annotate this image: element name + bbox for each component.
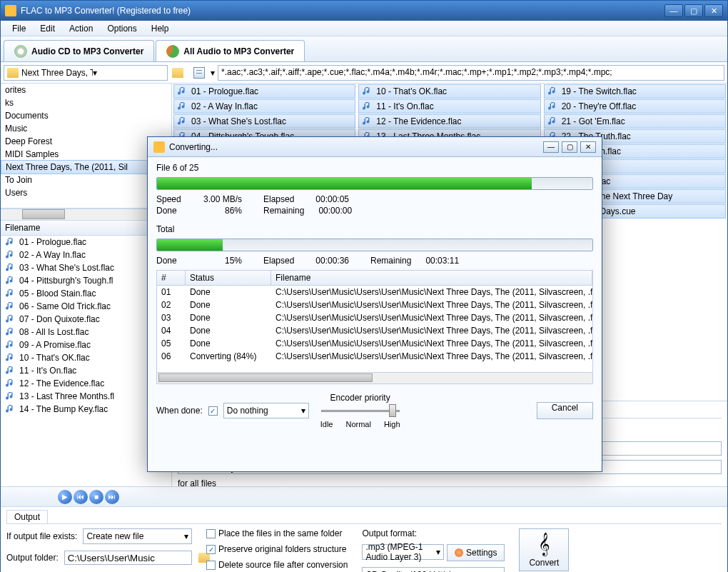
file-item[interactable]: 09 - A Promise.flac bbox=[1, 338, 171, 351]
path-dropdown[interactable]: Next Three Days, The (2011, Silvascreen,… bbox=[4, 65, 168, 81]
file-item[interactable]: 12 - The Evidence.flac bbox=[1, 377, 171, 390]
t-elapsed-label: Elapsed bbox=[263, 256, 294, 266]
file-item[interactable]: 08 - All Is Lost.flac bbox=[1, 326, 171, 338]
grid-file-item[interactable]: 12 - The Evidence.flac bbox=[358, 114, 540, 129]
preserve-checkbox[interactable]: ✓ bbox=[206, 545, 216, 554]
output-tab[interactable]: Output bbox=[6, 510, 48, 523]
cancel-button[interactable]: Cancel bbox=[537, 402, 593, 419]
table-hscroll[interactable] bbox=[157, 372, 592, 383]
file-item[interactable]: 11 - It's On.flac bbox=[1, 364, 171, 377]
view-button[interactable] bbox=[191, 65, 208, 81]
when-done-dropdown[interactable]: Do nothing▾ bbox=[223, 403, 309, 418]
row-status: Converting (84%) bbox=[186, 351, 271, 362]
row-status: Done bbox=[186, 299, 271, 311]
grid-file-item[interactable]: 19 - The Switch.flac bbox=[544, 84, 726, 99]
grid-file-item[interactable]: 11 - It's On.flac bbox=[358, 99, 540, 114]
convert-button[interactable]: 𝄞 Convert bbox=[519, 528, 569, 571]
grid-file-item[interactable]: 02 - A Way In.flac bbox=[173, 99, 355, 114]
grid-file-item[interactable]: 01 - Prologue.flac bbox=[173, 84, 355, 99]
file-item[interactable]: 06 - Same Old Trick.flac bbox=[1, 300, 171, 313]
format-label: Output format: bbox=[362, 528, 505, 538]
row-status: Done bbox=[186, 312, 271, 323]
favorites-item[interactable]: Deep Forest bbox=[1, 135, 171, 148]
file-item[interactable]: 14 - The Bump Key.flac bbox=[1, 403, 171, 416]
same-folder-checkbox[interactable] bbox=[206, 529, 216, 538]
favorites-item[interactable]: To Join bbox=[1, 174, 171, 186]
delete-source-checkbox[interactable] bbox=[206, 561, 216, 570]
tab-cd-converter[interactable]: Audio CD to MP3 Converter bbox=[4, 40, 154, 61]
favorites-list[interactable]: oritesksDocumentsMusicDeep ForestMIDI Sa… bbox=[1, 84, 171, 209]
menu-edit[interactable]: Edit bbox=[33, 22, 62, 35]
favorites-item[interactable]: Music bbox=[1, 122, 171, 135]
file-label: 06 - Same Old Trick.flac bbox=[19, 301, 111, 311]
output-folder-input[interactable] bbox=[64, 551, 192, 565]
favorites-item[interactable]: Next Three Days, The (2011, Sil bbox=[1, 160, 171, 174]
file-label: 07 - Don Quixote.flac bbox=[19, 314, 100, 324]
menu-help[interactable]: Help bbox=[144, 22, 176, 35]
t-remain-value: 00:03:11 bbox=[425, 256, 459, 266]
favorites-item[interactable]: Users bbox=[1, 186, 171, 199]
file-item[interactable]: 07 - Don Quixote.flac bbox=[1, 313, 171, 326]
table-row[interactable]: 05DoneC:\Users\User\Music\Users\User\Mus… bbox=[157, 337, 592, 350]
favorites-hscroll[interactable] bbox=[1, 209, 171, 220]
done-value: 86% bbox=[225, 206, 242, 216]
grid-file-item[interactable]: 21 - Got 'Em.flac bbox=[544, 114, 726, 129]
stop-button[interactable]: ■ bbox=[89, 490, 103, 504]
treble-clef-icon: 𝄞 bbox=[538, 533, 550, 556]
table-row[interactable]: 03DoneC:\Users\User\Music\Users\User\Mus… bbox=[157, 311, 592, 324]
table-row[interactable]: 01DoneC:\Users\User\Music\Users\User\Mus… bbox=[157, 286, 592, 298]
filename-list[interactable]: 01 - Prologue.flac02 - A Way In.flac03 -… bbox=[1, 236, 171, 486]
th-num[interactable]: # bbox=[157, 271, 186, 285]
favorites-item[interactable]: orites bbox=[1, 84, 171, 96]
menu-file[interactable]: File bbox=[5, 22, 33, 35]
th-file[interactable]: Filename bbox=[271, 271, 592, 285]
grid-file-label: 10 - That's OK.flac bbox=[376, 86, 447, 96]
close-button[interactable]: ✕ bbox=[704, 4, 723, 17]
when-done-checkbox[interactable]: ✓ bbox=[208, 406, 218, 416]
file-item[interactable]: 01 - Prologue.flac bbox=[1, 236, 171, 249]
file-filter-input[interactable]: *.aac;*.ac3;*.aif;*.aiff;*.ape;*.cue;*.f… bbox=[218, 65, 724, 81]
th-status[interactable]: Status bbox=[186, 271, 271, 285]
format-dropdown[interactable]: .mp3 (MPEG-1 Audio Layer 3)▾ bbox=[362, 544, 444, 560]
prev-button[interactable]: ⏮ bbox=[74, 490, 88, 504]
grid-file-item[interactable]: 20 - They're Off.flac bbox=[544, 99, 726, 114]
table-row[interactable]: 04DoneC:\Users\User\Music\Users\User\Mus… bbox=[157, 324, 592, 337]
next-button[interactable]: ⏭ bbox=[105, 490, 119, 504]
quality-dropdown[interactable]: CD Quality (192 kbit/s)▾ bbox=[362, 567, 505, 572]
menu-options[interactable]: Options bbox=[100, 22, 143, 35]
music-icon bbox=[177, 116, 188, 127]
priority-slider[interactable] bbox=[321, 404, 400, 418]
view-dropdown-arrow[interactable]: ▾ bbox=[211, 68, 215, 78]
grid-file-item[interactable]: 10 - That's OK.flac bbox=[358, 84, 540, 99]
cd-icon bbox=[14, 45, 27, 58]
dialog-minimize-button[interactable]: — bbox=[543, 141, 559, 153]
file-label: 12 - The Evidence.flac bbox=[19, 378, 104, 388]
file-item[interactable]: 13 - Last Three Months.fl bbox=[1, 390, 171, 403]
up-folder-button[interactable] bbox=[171, 65, 188, 81]
dialog-maximize-button[interactable]: ▢ bbox=[562, 141, 577, 153]
favorites-item[interactable]: MIDI Samples bbox=[1, 148, 171, 161]
tab-all-label: All Audio to MP3 Converter bbox=[183, 46, 294, 56]
file-item[interactable]: 04 - Pittsburgh's Tough.fl bbox=[1, 274, 171, 287]
table-row[interactable]: 02DoneC:\Users\User\Music\Users\User\Mus… bbox=[157, 298, 592, 311]
file-item[interactable]: 05 - Blood Stain.flac bbox=[1, 287, 171, 300]
file-item[interactable]: 10 - That's OK.flac bbox=[1, 351, 171, 364]
file-item[interactable]: 02 - A Way In.flac bbox=[1, 249, 171, 261]
play-button[interactable]: ▶ bbox=[58, 490, 72, 504]
format-value: .mp3 (MPEG-1 Audio Layer 3) bbox=[365, 542, 436, 562]
exists-dropdown[interactable]: Create new file▾ bbox=[83, 528, 192, 544]
dialog-close-button[interactable]: ✕ bbox=[580, 141, 596, 153]
toolbar: Next Three Days, The (2011, Silvascreen,… bbox=[1, 62, 727, 84]
output-panel: Output If output file exists: Create new… bbox=[1, 506, 727, 572]
maximize-button[interactable]: ▢ bbox=[684, 4, 703, 17]
grid-file-item[interactable]: 03 - What She's Lost.flac bbox=[173, 114, 355, 129]
table-row[interactable]: 06Converting (84%)C:\Users\User\Music\Us… bbox=[157, 350, 592, 363]
favorites-item[interactable]: Documents bbox=[1, 109, 171, 122]
favorites-item[interactable]: ks bbox=[1, 96, 171, 109]
music-icon bbox=[5, 352, 16, 363]
settings-button[interactable]: Settings bbox=[447, 544, 505, 561]
menu-action[interactable]: Action bbox=[62, 22, 100, 35]
tab-all-audio[interactable]: All Audio to MP3 Converter bbox=[156, 40, 305, 61]
file-item[interactable]: 03 - What She's Lost.flac bbox=[1, 261, 171, 274]
minimize-button[interactable]: — bbox=[664, 4, 683, 17]
